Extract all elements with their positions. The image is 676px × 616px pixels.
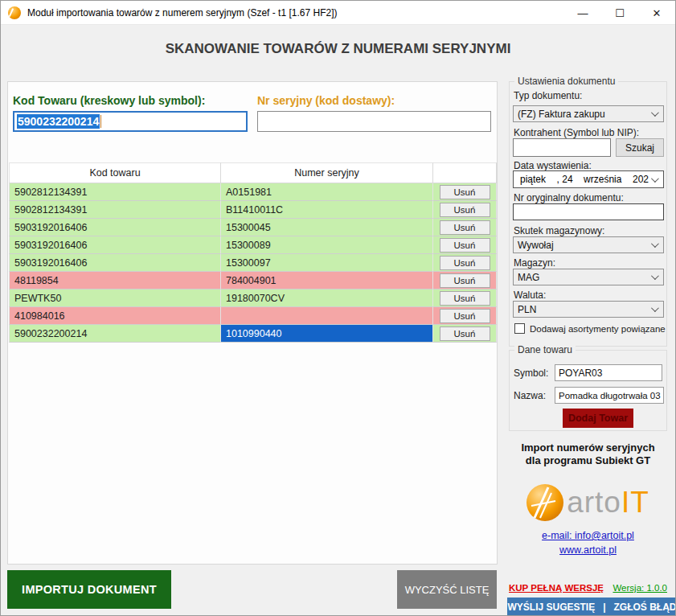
product-group-title: Dane towaru xyxy=(514,344,576,355)
buy-full-version-link[interactable]: KUP PEŁNĄ WERSJĘ xyxy=(509,583,604,593)
linked-assortments-checkbox[interactable] xyxy=(514,323,525,334)
skutek-magazynowy-label: Skutek magazynowy: xyxy=(514,225,604,236)
numer-seryjny-cell[interactable]: 1010990440 xyxy=(221,325,433,343)
table-row: 590319201640615300089Usuń xyxy=(9,236,497,254)
data-wystawienia-label: Data wystawienia: xyxy=(514,160,592,171)
numer-seryjny-cell[interactable]: 15300089 xyxy=(221,236,433,254)
row-actions-cell: Usuń xyxy=(433,201,497,219)
kod-towaru-cell[interactable]: 5900232200214 xyxy=(9,325,221,343)
delete-row-button[interactable]: Usuń xyxy=(440,203,490,217)
waluta-select[interactable]: PLN xyxy=(513,301,664,318)
numer-seryjny-cell[interactable]: A0151981 xyxy=(221,183,433,201)
delete-row-button[interactable]: Usuń xyxy=(440,220,490,235)
numer-seryjny-cell[interactable]: 784004901 xyxy=(221,272,433,290)
app-tagline: Import numerów seryjnych dla programu Su… xyxy=(509,441,667,467)
delete-row-button[interactable]: Usuń xyxy=(440,309,490,323)
chevron-down-icon xyxy=(651,109,659,117)
footer-links-row: KUP PEŁNĄ WERSJĘ Wersja: 1.0.0 xyxy=(509,583,667,593)
table-row: 410984016Usuń xyxy=(9,307,497,325)
header-numer-seryjny[interactable]: Numer seryjny xyxy=(221,162,433,183)
symbol-input[interactable]: POYAR03 xyxy=(555,364,662,381)
email-link[interactable]: e-mail: info@artoit.pl xyxy=(509,530,667,541)
kod-towaru-cell[interactable]: 5903192016406 xyxy=(9,254,221,272)
add-product-button[interactable]: Dodaj Towar xyxy=(563,409,633,428)
skutek-magazynowy-value: Wywołaj xyxy=(518,240,554,251)
import-document-button[interactable]: IMPORTUJ DOKUMENT xyxy=(7,570,171,609)
numer-seryjny-cell[interactable]: 15300097 xyxy=(221,254,433,272)
chevron-down-icon xyxy=(651,240,659,248)
szukaj-button[interactable]: Szukaj xyxy=(616,138,664,157)
table-row: PEWTK5019180070CVUsuń xyxy=(9,290,497,307)
waluta-value: PLN xyxy=(518,304,536,315)
clear-list-button[interactable]: WYCZYŚĆ LISTĘ xyxy=(397,570,497,609)
window-controls: — ☐ ✕ xyxy=(564,1,675,25)
data-wystawienia-picker[interactable]: piątek , 24 września 202 xyxy=(513,170,664,188)
kod-towaru-cell[interactable]: 5902812134391 xyxy=(9,183,221,201)
title-bar: Moduł importowania towarów z numerem ser… xyxy=(1,1,675,25)
minimize-button[interactable]: — xyxy=(564,1,601,25)
delete-row-button[interactable]: Usuń xyxy=(440,185,490,199)
numer-seryjny-cell[interactable]: B11410011C xyxy=(221,201,433,219)
nr-oryginalny-input[interactable] xyxy=(513,203,664,220)
nr-seryjny-input[interactable] xyxy=(257,111,491,132)
artoit-logo: arto IT xyxy=(509,478,667,527)
kod-towaru-cell[interactable]: 410984016 xyxy=(9,307,221,325)
numer-seryjny-cell[interactable] xyxy=(221,307,433,325)
row-actions-cell: Usuń xyxy=(433,290,497,307)
table-row: 5902812134391B11410011CUsuń xyxy=(9,201,497,219)
symbol-value: POYAR03 xyxy=(559,368,602,379)
logo-text-it: IT xyxy=(621,484,649,521)
scan-table-body: 5902812134391A0151981Usuń5902812134391B1… xyxy=(9,183,497,343)
magazyn-select[interactable]: MAG xyxy=(513,269,664,285)
typ-dokumentu-value: (FZ) Faktura zakupu xyxy=(518,109,605,120)
send-suggestion-link[interactable]: WYŚLIJ SUGESTIĘ xyxy=(507,602,595,613)
nazwa-input[interactable]: Pomadka długotrwała 03 xyxy=(555,387,664,404)
kod-towaru-cell[interactable]: PEWTK50 xyxy=(9,290,221,307)
delete-row-button[interactable]: Usuń xyxy=(440,256,490,270)
waluta-label: Waluta: xyxy=(514,290,546,301)
product-data-group: Dane towaru Symbol: POYAR03 Nazwa: Pomad… xyxy=(509,350,667,431)
nr-oryginalny-label: Nr oryginalny dokumentu: xyxy=(514,192,624,203)
www-link[interactable]: www.artoit.pl xyxy=(509,544,667,556)
delete-row-button[interactable]: Usuń xyxy=(440,238,490,253)
report-bug-link[interactable]: ZGŁOŚ BŁĄD xyxy=(614,602,676,613)
table-header: Kod towaru Numer seryjny xyxy=(9,162,497,183)
kontrahent-input[interactable] xyxy=(513,138,611,157)
kod-towaru-input[interactable]: 5900232200214 xyxy=(13,111,248,132)
table-row: 590319201640615300097Usuń xyxy=(9,254,497,272)
magazyn-value: MAG xyxy=(518,272,539,283)
kod-towaru-cell[interactable]: 5902812134391 xyxy=(9,201,221,219)
row-actions-cell: Usuń xyxy=(433,272,497,290)
kod-towaru-cell[interactable]: 5903192016406 xyxy=(9,219,221,236)
kod-towaru-cell[interactable]: 48119854 xyxy=(9,272,221,290)
maximize-button[interactable]: ☐ xyxy=(601,1,638,25)
header-kod-towaru[interactable]: Kod towaru xyxy=(9,162,221,183)
magazyn-label: Magazyn: xyxy=(514,257,555,269)
artoit-logo-ball-icon xyxy=(526,484,563,521)
kod-towaru-label: Kod Towaru (kreskowy lub symbol): xyxy=(13,94,205,107)
kod-towaru-cell[interactable]: 5903192016406 xyxy=(9,236,221,254)
chevron-down-icon xyxy=(651,272,659,280)
delete-row-button[interactable]: Usuń xyxy=(440,291,490,306)
scan-panel: Kod Towaru (kreskowy lub symbol): Nr ser… xyxy=(7,81,498,565)
date-number: , 24 xyxy=(557,174,573,185)
close-button[interactable]: ✕ xyxy=(638,1,675,25)
date-year: 202 xyxy=(633,174,649,185)
skutek-magazynowy-select[interactable]: Wywołaj xyxy=(513,236,664,253)
tagline-line2: dla programu Subiekt GT xyxy=(509,454,667,467)
delete-row-button[interactable]: Usuń xyxy=(440,326,490,341)
delete-row-button[interactable]: Usuń xyxy=(440,273,490,288)
numer-seryjny-cell[interactable]: 15300045 xyxy=(221,219,433,236)
version-link[interactable]: Wersja: 1.0.0 xyxy=(612,583,667,593)
tagline-line1: Import numerów seryjnych xyxy=(509,441,667,454)
feedback-bar: WYŚLIJ SUGESTIĘ | ZGŁOŚ BŁĄD xyxy=(507,598,676,616)
numer-seryjny-cell[interactable]: 19180070CV xyxy=(221,290,433,307)
typ-dokumentu-label: Typ dokumentu: xyxy=(514,90,582,101)
nr-seryjny-label: Nr seryjny (kod dostawy): xyxy=(257,94,395,107)
table-row: 5902812134391A0151981Usuń xyxy=(9,183,497,201)
settings-group-title: Ustawienia dokumentu xyxy=(514,76,618,87)
window-title: Moduł importowania towarów z numerem ser… xyxy=(27,1,337,25)
logo-text-arto: arto xyxy=(567,484,621,521)
typ-dokumentu-select[interactable]: (FZ) Faktura zakupu xyxy=(513,105,664,122)
date-month: września xyxy=(584,174,621,185)
